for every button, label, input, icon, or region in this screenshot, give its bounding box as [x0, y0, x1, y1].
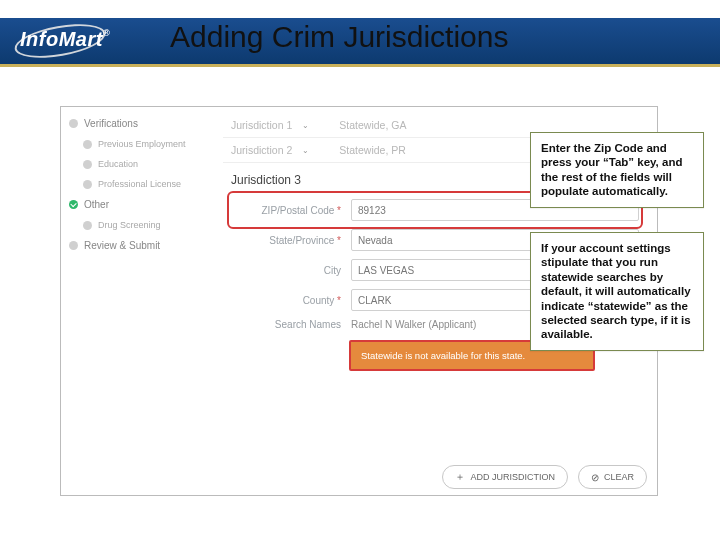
jurisdiction-label: Jurisdiction 1	[231, 119, 292, 131]
sidebar-item-label: Other	[84, 199, 109, 210]
bullet-icon	[83, 221, 92, 230]
sidebar-item-label: Drug Screening	[98, 220, 161, 230]
sidebar-item-label: Verifications	[84, 118, 138, 129]
sidebar-item-label: Professional License	[98, 179, 181, 189]
button-label: CLEAR	[604, 472, 634, 482]
page-title: Adding Crim Jurisdictions	[170, 20, 508, 54]
logo: InfoMart®	[14, 14, 154, 66]
sidebar-item[interactable]: Education	[65, 154, 213, 174]
bullet-icon	[83, 160, 92, 169]
jurisdiction-value: Statewide, PR	[339, 144, 406, 156]
bullet-icon	[83, 140, 92, 149]
chevron-down-icon: ⌄	[302, 121, 309, 130]
bullet-icon	[69, 241, 78, 250]
callout-statewide-default: If your account settings stipulate that …	[530, 232, 704, 351]
slash-circle-icon: ⊘	[591, 472, 599, 483]
sidebar-item-label: Review & Submit	[84, 240, 160, 251]
sidebar: Verifications Previous Employment Educat…	[61, 107, 217, 495]
logo-name: InfoMart	[20, 28, 103, 50]
add-jurisdiction-button[interactable]: ＋ADD JURISDICTION	[442, 465, 568, 489]
sidebar-item[interactable]: Professional License	[65, 174, 213, 194]
jurisdiction-label: Jurisdiction 2	[231, 144, 292, 156]
slide: InfoMart® Adding Crim Jurisdictions Veri…	[0, 0, 720, 540]
clear-button[interactable]: ⊘CLEAR	[578, 465, 647, 489]
county-label: County *	[231, 295, 341, 306]
sidebar-item[interactable]: Other	[65, 194, 213, 215]
button-label: ADD JURISDICTION	[470, 472, 555, 482]
sidebar-item[interactable]: Previous Employment	[65, 134, 213, 154]
jurisdiction-value: Statewide, GA	[339, 119, 406, 131]
logo-reg: ®	[103, 28, 110, 38]
sidebar-item-label: Education	[98, 159, 138, 169]
sidebar-item-label: Previous Employment	[98, 139, 186, 149]
plus-icon: ＋	[455, 470, 465, 484]
zip-label: ZIP/Postal Code *	[231, 205, 341, 216]
city-label: City	[231, 265, 341, 276]
button-row: ＋ADD JURISDICTION ⊘CLEAR	[381, 465, 647, 489]
sidebar-item[interactable]: Drug Screening	[65, 215, 213, 235]
chevron-down-icon: ⌄	[302, 146, 309, 155]
names-label: Search Names	[231, 319, 341, 330]
state-label: State/Province *	[231, 235, 341, 246]
logo-text: InfoMart®	[20, 28, 110, 51]
callout-zip-tab: Enter the Zip Code and press your “Tab” …	[530, 132, 704, 208]
check-icon	[69, 200, 78, 209]
sidebar-item[interactable]: Review & Submit	[65, 235, 213, 256]
bullet-icon	[83, 180, 92, 189]
sidebar-item[interactable]: Verifications	[65, 113, 213, 134]
bullet-icon	[69, 119, 78, 128]
